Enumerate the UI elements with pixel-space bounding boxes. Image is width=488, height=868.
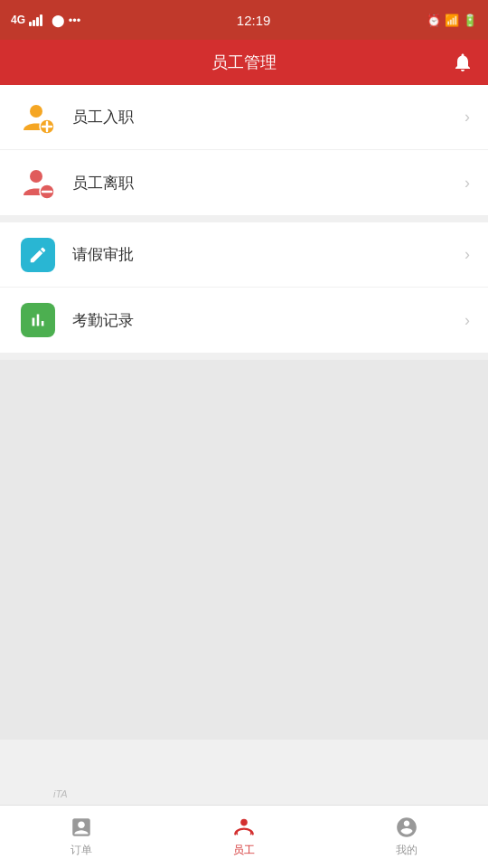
orders-icon bbox=[70, 816, 93, 839]
status-time: 12:19 bbox=[237, 13, 271, 28]
page-title: 员工管理 bbox=[211, 52, 277, 73]
chart-icon bbox=[18, 300, 58, 340]
person-remove-icon bbox=[18, 163, 58, 203]
chevron-right-icon: › bbox=[465, 108, 470, 127]
mine-icon bbox=[395, 816, 418, 839]
extra-dots: ⬤ ••• bbox=[52, 14, 80, 27]
status-right: ⏰ 📶 🔋 bbox=[427, 14, 477, 27]
employee-onboard-label: 员工入职 bbox=[72, 107, 465, 127]
menu-item-employee-onboard[interactable]: 员工入职 › bbox=[0, 85, 488, 150]
brand-watermark: iTA bbox=[53, 788, 68, 799]
signal-bars bbox=[29, 14, 42, 26]
employees-nav-label: 员工 bbox=[233, 843, 255, 858]
approval-section: 请假审批 › 考勤记录 › bbox=[0, 222, 488, 353]
nav-item-orders[interactable]: 订单 bbox=[0, 806, 163, 868]
alarm-icon: ⏰ bbox=[427, 14, 441, 27]
edit-icon bbox=[18, 235, 58, 275]
bottom-navigation: 订单 员工 我的 bbox=[0, 805, 488, 868]
employees-icon bbox=[232, 816, 256, 839]
leave-approval-label: 请假审批 bbox=[72, 244, 465, 265]
orders-nav-label: 订单 bbox=[70, 843, 92, 858]
svg-point-7 bbox=[240, 819, 248, 826]
chevron-right-icon: › bbox=[465, 245, 470, 264]
menu-item-attendance[interactable]: 考勤记录 › bbox=[0, 288, 488, 353]
chevron-right-icon: › bbox=[465, 311, 470, 330]
notification-bell-icon[interactable] bbox=[452, 52, 474, 73]
menu-item-employee-leave[interactable]: 员工离职 › bbox=[0, 150, 488, 215]
svg-point-0 bbox=[30, 105, 42, 118]
app-header: 员工管理 bbox=[0, 40, 488, 85]
mine-nav-label: 我的 bbox=[396, 843, 418, 858]
employee-leave-label: 员工离职 bbox=[72, 173, 465, 193]
attendance-record-label: 考勤记录 bbox=[72, 310, 465, 331]
wifi-icon: 📶 bbox=[445, 14, 459, 27]
carrier-text: 4G bbox=[11, 14, 25, 26]
person-add-icon bbox=[18, 98, 58, 137]
employee-section: 员工入职 › 员工离职 › bbox=[0, 85, 488, 215]
battery-icon: 🔋 bbox=[463, 14, 477, 27]
status-left: 4G ⬤ ••• bbox=[11, 14, 80, 27]
chevron-right-icon: › bbox=[465, 174, 470, 193]
nav-item-employees[interactable]: 员工 bbox=[163, 806, 325, 868]
status-bar: 4G ⬤ ••• 12:19 ⏰ 📶 🔋 bbox=[0, 0, 488, 40]
nav-item-mine[interactable]: 我的 bbox=[325, 806, 488, 868]
menu-item-leave-approval[interactable]: 请假审批 › bbox=[0, 222, 488, 288]
svg-point-4 bbox=[30, 170, 42, 183]
empty-content-area bbox=[0, 360, 488, 740]
main-content: 员工入职 › 员工离职 › bbox=[0, 85, 488, 740]
